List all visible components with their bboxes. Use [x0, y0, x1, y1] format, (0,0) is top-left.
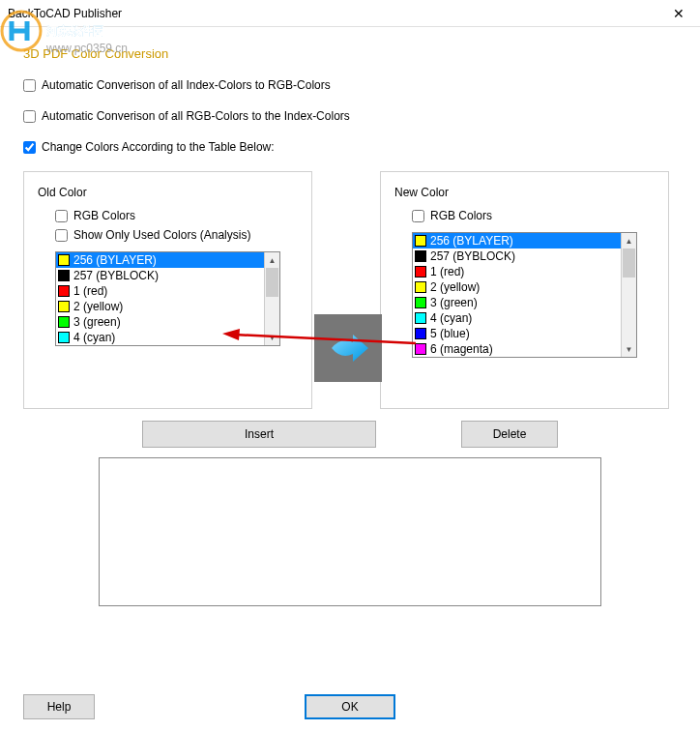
delete-button[interactable]: Delete: [461, 421, 558, 448]
opt-old-rgb[interactable]: RGB Colors: [55, 209, 280, 222]
list-item-label: 4 (cyan): [73, 331, 115, 344]
scroll-up-icon[interactable]: ▲: [265, 252, 279, 268]
color-swatch: [58, 270, 70, 281]
legend-new-color: New Color: [394, 186, 449, 199]
list-item-label: 5 (blue): [430, 327, 470, 340]
list-item-label: 2 (yellow): [73, 300, 123, 313]
color-swatch: [415, 281, 426, 293]
list-item[interactable]: 2 (yellow): [413, 279, 621, 295]
list-item-label: 4 (cyan): [430, 311, 472, 325]
checkbox-auto-rgb-index[interactable]: [23, 110, 36, 123]
label-old-rgb: RGB Colors: [73, 209, 135, 222]
mapping-textarea[interactable]: [99, 457, 601, 606]
listbox-old-color[interactable]: 256 (BYLAYER)257 (BYBLOCK)1 (red)2 (yell…: [55, 251, 280, 346]
list-item[interactable]: 3 (green): [413, 295, 621, 310]
transfer-icon: [314, 314, 382, 382]
section-title: 3D PDF Color Conversion: [23, 46, 677, 61]
list-item-label: 2 (yellow): [430, 280, 480, 294]
label-new-rgb: RGB Colors: [430, 209, 492, 222]
list-item[interactable]: 4 (cyan): [413, 310, 621, 326]
checkbox-auto-index-rgb[interactable]: [23, 79, 36, 92]
opt-auto-index-rgb[interactable]: Automatic Converison of all Index-Colors…: [23, 78, 677, 92]
opt-new-rgb[interactable]: RGB Colors: [412, 209, 637, 222]
label-change-table: Change Colors According to the Table Bel…: [42, 140, 275, 154]
list-item[interactable]: 257 (BYBLOCK): [56, 268, 264, 283]
list-item[interactable]: 1 (red): [413, 264, 621, 279]
list-item[interactable]: 3 (green): [56, 314, 264, 330]
list-item[interactable]: 6 (magenta): [413, 341, 621, 357]
label-auto-rgb-index: Automatic Converison of all RGB-Colors t…: [42, 109, 350, 123]
checkbox-change-table[interactable]: [23, 141, 36, 154]
color-swatch: [415, 312, 426, 324]
color-swatch: [58, 301, 70, 312]
list-item-label: 257 (BYBLOCK): [430, 249, 515, 263]
list-item-label: 256 (BYLAYER): [73, 253, 157, 267]
titlebar: BackToCAD Publisher ✕: [0, 0, 700, 27]
listbox-new-color[interactable]: 256 (BYLAYER)257 (BYBLOCK)1 (red)2 (yell…: [412, 232, 637, 358]
color-swatch: [415, 235, 426, 247]
scroll-up-icon[interactable]: ▲: [622, 233, 636, 249]
color-swatch: [58, 254, 70, 266]
color-swatch: [415, 297, 426, 308]
color-swatch: [415, 328, 426, 339]
color-swatch: [415, 266, 426, 278]
help-button[interactable]: Help: [23, 694, 95, 719]
list-item-label: 1 (red): [73, 284, 107, 298]
group-old-color: Old Color RGB Colors Show Only Used Colo…: [23, 171, 312, 409]
checkbox-new-rgb[interactable]: [412, 210, 424, 222]
opt-auto-rgb-index[interactable]: Automatic Converison of all RGB-Colors t…: [23, 109, 677, 123]
group-new-color: New Color RGB Colors 256 (BYLAYER)257 (B…: [380, 171, 669, 409]
scrollbar-new[interactable]: ▲ ▼: [621, 233, 636, 357]
list-item[interactable]: 256 (BYLAYER): [413, 233, 621, 249]
list-item[interactable]: 1 (red): [56, 283, 264, 299]
color-swatch: [58, 285, 70, 297]
label-old-used: Show Only Used Colors (Analysis): [73, 228, 250, 242]
window-title: BackToCAD Publisher: [8, 7, 657, 20]
opt-change-table[interactable]: Change Colors According to the Table Bel…: [23, 140, 677, 154]
list-item[interactable]: 4 (cyan): [56, 330, 264, 345]
scrollbar-old[interactable]: ▲ ▼: [264, 252, 279, 345]
color-swatch: [415, 343, 426, 355]
legend-old-color: Old Color: [38, 186, 87, 199]
scroll-down-icon[interactable]: ▼: [622, 341, 636, 357]
checkbox-old-used[interactable]: [55, 229, 68, 242]
scroll-down-icon[interactable]: ▼: [265, 330, 279, 345]
list-item-label: 257 (BYBLOCK): [73, 269, 159, 282]
list-item[interactable]: 256 (BYLAYER): [56, 252, 264, 268]
list-item[interactable]: 257 (BYBLOCK): [413, 249, 621, 264]
list-item-label: 3 (green): [430, 296, 478, 309]
list-item-label: 6 (magenta): [430, 342, 493, 356]
close-button[interactable]: ✕: [657, 0, 700, 27]
list-item[interactable]: 2 (yellow): [56, 299, 264, 314]
color-swatch: [415, 250, 426, 262]
ok-button[interactable]: OK: [305, 694, 395, 719]
insert-button[interactable]: Insert: [142, 421, 376, 448]
color-swatch: [58, 316, 70, 328]
label-auto-index-rgb: Automatic Converison of all Index-Colors…: [42, 78, 331, 92]
opt-old-used[interactable]: Show Only Used Colors (Analysis): [55, 228, 280, 242]
list-item-label: 256 (BYLAYER): [430, 234, 513, 248]
list-item-label: 3 (green): [73, 315, 121, 329]
color-swatch: [58, 332, 70, 343]
checkbox-old-rgb[interactable]: [55, 210, 68, 222]
list-item[interactable]: 5 (blue): [413, 326, 621, 341]
list-item-label: 1 (red): [430, 265, 464, 278]
